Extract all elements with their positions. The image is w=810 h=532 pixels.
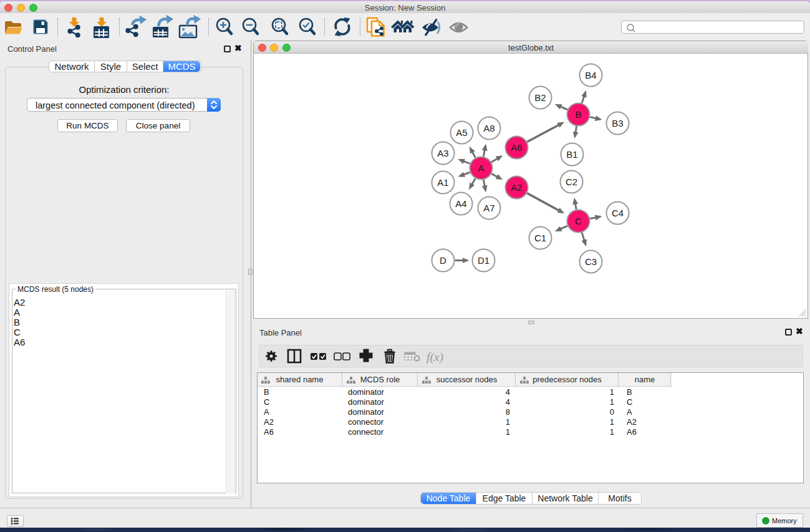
svg-text:A5: A5	[456, 127, 467, 138]
svg-text:A1: A1	[437, 177, 448, 188]
svg-text:A: A	[478, 163, 484, 173]
svg-text:D1: D1	[478, 255, 489, 266]
svg-text:D: D	[440, 255, 446, 266]
svg-text:B2: B2	[534, 92, 546, 103]
svg-text:A3: A3	[437, 148, 448, 158]
svg-text:B1: B1	[566, 149, 577, 160]
svg-text:f(x): f(x)	[427, 351, 443, 364]
svg-text:A4: A4	[455, 198, 466, 209]
svg-text:A7: A7	[483, 203, 494, 213]
svg-text:A6: A6	[511, 142, 522, 153]
svg-text:B3: B3	[612, 118, 623, 128]
svg-text:B4: B4	[585, 70, 596, 80]
svg-text:A2: A2	[511, 182, 522, 193]
svg-text:C4: C4	[612, 208, 624, 218]
svg-text:B: B	[575, 109, 581, 120]
svg-text:C1: C1	[534, 233, 546, 243]
svg-text:C3: C3	[585, 256, 597, 267]
svg-text:C2: C2	[566, 177, 577, 187]
svg-text:C: C	[575, 216, 582, 226]
svg-text:A8: A8	[483, 123, 494, 133]
